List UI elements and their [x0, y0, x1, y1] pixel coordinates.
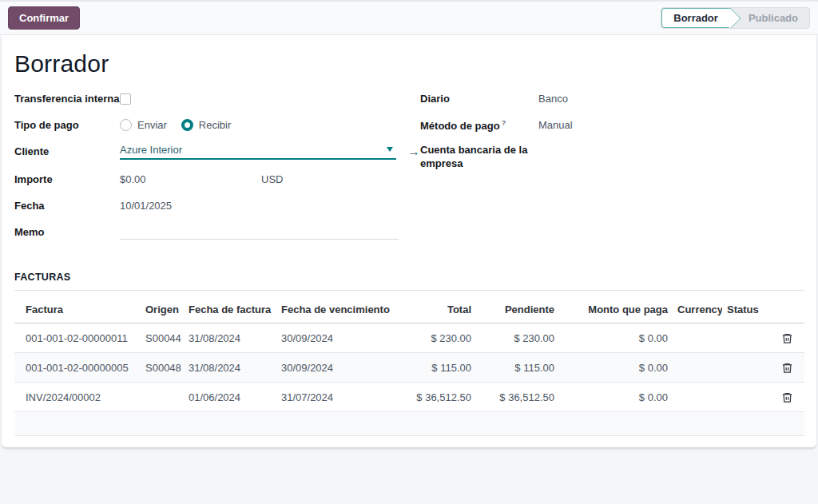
page-title: Borrador: [14, 50, 804, 77]
amount-input[interactable]: $0.00: [120, 173, 261, 185]
payment-method-label: Método de pago?: [420, 117, 538, 133]
col-header-monto-que-paga[interactable]: Monto que paga: [559, 296, 673, 323]
delete-row-button[interactable]: [770, 383, 804, 412]
invoice-row[interactable]: INV/2024/0000201/06/202431/07/2024$ 36,5…: [14, 383, 804, 412]
tab-facturas[interactable]: FACTURAS: [14, 272, 72, 290]
cell-total[interactable]: $ 36,512.50: [390, 383, 476, 412]
field-amount: Importe $0.00 USD: [14, 171, 420, 188]
form-sheet: Borrador Transferencia interna Tipo de p…: [2, 35, 816, 447]
cell-fecha-vencimiento[interactable]: 30/09/2024: [276, 323, 390, 353]
cell-pendiente[interactable]: $ 230.00: [476, 323, 559, 353]
control-panel: Confirmar Borrador Publicado: [0, 0, 818, 35]
confirm-button[interactable]: Confirmar: [8, 6, 80, 30]
col-header-origen[interactable]: Origen: [141, 296, 184, 323]
cell-pendiente[interactable]: $ 36,512.50: [476, 383, 559, 412]
cell-monto[interactable]: $ 0.00: [559, 323, 673, 353]
field-memo: Memo: [14, 224, 420, 240]
amount-label: Importe: [14, 173, 120, 186]
payment-method-input[interactable]: Manual: [538, 119, 573, 131]
cell-origen[interactable]: [141, 383, 184, 412]
col-header-fecha-vencimiento[interactable]: Fecha de vencimiento: [276, 296, 390, 323]
payment-type-option-receive[interactable]: Recibir: [181, 119, 231, 131]
cell-fecha-vencimiento[interactable]: 30/09/2024: [276, 353, 390, 383]
cell-status[interactable]: [722, 383, 770, 412]
statusbar-step-posted[interactable]: Publicado: [731, 8, 809, 28]
table-header-row: Factura Origen Fecha de factura Fecha de…: [14, 296, 804, 323]
form-grid: Transferencia interna Tipo de pago Envia…: [14, 90, 804, 250]
trash-icon[interactable]: [781, 332, 793, 344]
cell-monto[interactable]: $ 0.00: [559, 383, 673, 412]
internal-transfer-checkbox[interactable]: [120, 93, 131, 105]
payment-type-radio-group: Enviar Recibir: [120, 119, 231, 131]
cell-factura[interactable]: 001-001-02-00000005: [14, 353, 141, 383]
cell-fecha-vencimiento[interactable]: 31/07/2024: [276, 383, 390, 412]
radio-unchecked-icon[interactable]: [120, 119, 132, 131]
customer-internal-link-icon[interactable]: →: [407, 146, 420, 157]
company-bank-account-label: Cuenta bancaria de la empresa: [420, 143, 532, 170]
radio-checked-icon[interactable]: [181, 119, 193, 131]
memo-label: Memo: [14, 225, 120, 239]
invoice-row[interactable]: 001-001-02-00000005S0004831/08/202430/09…: [14, 353, 804, 383]
statusbar: Borrador Publicado: [661, 7, 810, 29]
field-customer: Cliente Azure Interior →: [14, 143, 420, 160]
cell-fecha-factura[interactable]: 31/08/2024: [184, 323, 276, 353]
cell-factura[interactable]: 001-001-02-00000011: [14, 323, 141, 353]
cell-factura[interactable]: INV/2024/00002: [14, 383, 141, 412]
journal-input[interactable]: Banco: [538, 93, 568, 105]
payment-type-option-send[interactable]: Enviar: [120, 119, 167, 131]
cell-total[interactable]: $ 230.00: [390, 323, 476, 353]
memo-input[interactable]: [120, 224, 399, 240]
statusbar-step-draft[interactable]: Borrador: [661, 8, 731, 28]
payment-type-receive-label: Recibir: [199, 119, 231, 131]
payment-type-send-label: Enviar: [137, 119, 167, 131]
col-header-delete: [770, 296, 804, 323]
cell-status[interactable]: [722, 353, 770, 383]
col-header-total[interactable]: Total: [390, 296, 476, 323]
invoice-row[interactable]: 001-001-02-00000011S0004431/08/202430/09…: [14, 323, 804, 353]
statusbar-step-posted-label: Publicado: [749, 12, 798, 24]
cell-fecha-factura[interactable]: 01/06/2024: [184, 383, 276, 412]
invoices-table: Factura Origen Fecha de factura Fecha de…: [14, 296, 804, 436]
empty-row: [14, 412, 804, 436]
field-date: Fecha 10/01/2025: [14, 197, 420, 214]
field-payment-type: Tipo de pago Enviar Recibir: [14, 117, 420, 133]
field-company-bank-account: Cuenta bancaria de la empresa: [420, 143, 804, 170]
cell-monto[interactable]: $ 0.00: [559, 353, 673, 383]
col-header-pendiente[interactable]: Pendiente: [476, 296, 559, 323]
form-column-left: Transferencia interna Tipo de pago Envia…: [14, 90, 420, 250]
customer-value[interactable]: Azure Interior: [120, 144, 387, 156]
chevron-down-icon[interactable]: [387, 147, 393, 152]
cell-pendiente[interactable]: $ 115.00: [476, 353, 559, 383]
cell-currency[interactable]: [673, 383, 722, 412]
invoices-table-body: 001-001-02-00000011S0004431/08/202430/09…: [14, 323, 804, 436]
date-input[interactable]: 10/01/2025: [120, 200, 172, 212]
cell-status[interactable]: [722, 323, 770, 353]
cell-origen[interactable]: S00048: [141, 353, 184, 383]
notebook-tabs: FACTURAS: [14, 271, 804, 291]
col-header-status[interactable]: Status: [722, 296, 770, 323]
cell-currency[interactable]: [673, 353, 722, 383]
internal-transfer-label: Transferencia interna: [14, 92, 120, 105]
amount-currency[interactable]: USD: [261, 173, 283, 185]
field-payment-method: Método de pago? Manual: [420, 117, 804, 133]
field-internal-transfer: Transferencia interna: [14, 90, 420, 107]
payment-type-label: Tipo de pago: [14, 118, 120, 132]
customer-label: Cliente: [14, 145, 120, 158]
col-header-factura[interactable]: Factura: [14, 296, 141, 323]
date-label: Fecha: [14, 199, 120, 212]
help-icon[interactable]: ?: [502, 119, 506, 127]
col-header-fecha-factura[interactable]: Fecha de factura: [184, 296, 276, 323]
cell-total[interactable]: $ 115.00: [390, 353, 476, 383]
cell-origen[interactable]: S00044: [141, 323, 184, 353]
form-column-right: Diario Banco Método de pago? Manual Cuen…: [420, 90, 804, 250]
cell-fecha-factura[interactable]: 31/08/2024: [184, 353, 276, 383]
cell-currency[interactable]: [673, 323, 722, 353]
trash-icon[interactable]: [781, 362, 793, 374]
trash-icon[interactable]: [781, 391, 793, 403]
customer-input[interactable]: Azure Interior: [120, 144, 396, 160]
col-header-currency[interactable]: Currency: [673, 296, 722, 323]
delete-row-button[interactable]: [770, 353, 804, 383]
field-journal: Diario Banco: [420, 90, 804, 107]
journal-label: Diario: [420, 92, 538, 105]
delete-row-button[interactable]: [770, 323, 804, 353]
